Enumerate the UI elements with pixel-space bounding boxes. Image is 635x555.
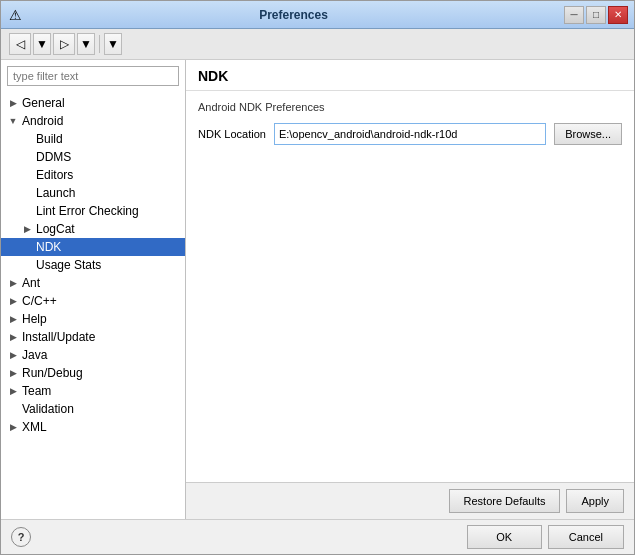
usage-stats-expander-icon <box>21 259 33 271</box>
forward-icon: ▷ <box>60 37 69 51</box>
sidebar-item-build[interactable]: Build <box>1 130 185 148</box>
xml-label: XML <box>22 420 47 434</box>
android-label: Android <box>22 114 63 128</box>
back-icon: ◁ <box>16 37 25 51</box>
ndk-label: NDK <box>36 240 61 254</box>
title-bar-buttons: ─ □ ✕ <box>564 6 628 24</box>
toolbar-separator <box>99 35 100 53</box>
sidebar-item-usage-stats[interactable]: Usage Stats <box>1 256 185 274</box>
editors-label: Editors <box>36 168 73 182</box>
team-label: Team <box>22 384 51 398</box>
back-button[interactable]: ◁ <box>9 33 31 55</box>
launch-expander-icon <box>21 187 33 199</box>
lint-label: Lint Error Checking <box>36 204 139 218</box>
ndk-expander-icon <box>21 241 33 253</box>
android-expander-icon <box>7 115 19 127</box>
sidebar-item-ddms[interactable]: DDMS <box>1 148 185 166</box>
ant-label: Ant <box>22 276 40 290</box>
ok-button[interactable]: OK <box>467 525 542 549</box>
general-expander-icon <box>7 97 19 109</box>
sidebar-item-cpp[interactable]: C/C++ <box>1 292 185 310</box>
help-button[interactable]: ? <box>11 527 31 547</box>
ndk-location-row: NDK Location Browse... <box>198 123 622 145</box>
apply-button[interactable]: Apply <box>566 489 624 513</box>
editors-expander-icon <box>21 169 33 181</box>
forward-dropdown[interactable]: ▼ <box>77 33 95 55</box>
sidebar-item-general[interactable]: General <box>1 94 185 112</box>
content-header: NDK <box>186 60 634 91</box>
section-label: Android NDK Preferences <box>198 101 622 113</box>
help-label: Help <box>22 312 47 326</box>
browse-button[interactable]: Browse... <box>554 123 622 145</box>
ddms-label: DDMS <box>36 150 71 164</box>
cpp-label: C/C++ <box>22 294 57 308</box>
footer: ? OK Cancel <box>1 519 634 554</box>
sidebar-item-logcat[interactable]: LogCat <box>1 220 185 238</box>
sidebar-item-install-update[interactable]: Install/Update <box>1 328 185 346</box>
cancel-button[interactable]: Cancel <box>548 525 624 549</box>
team-expander-icon <box>7 385 19 397</box>
title-bar: ⚠ Preferences ─ □ ✕ <box>1 1 634 29</box>
ndk-location-input[interactable] <box>274 123 546 145</box>
logcat-expander-icon <box>21 223 33 235</box>
view-dropdown[interactable]: ▼ <box>104 33 122 55</box>
install-update-label: Install/Update <box>22 330 95 344</box>
sidebar-item-xml[interactable]: XML <box>1 418 185 436</box>
content-title: NDK <box>198 68 622 84</box>
ddms-expander-icon <box>21 151 33 163</box>
run-debug-expander-icon <box>7 367 19 379</box>
restore-defaults-button[interactable]: Restore Defaults <box>449 489 561 513</box>
ndk-location-label: NDK Location <box>198 128 266 140</box>
sidebar-item-ndk[interactable]: NDK <box>1 238 185 256</box>
preferences-window: ⚠ Preferences ─ □ ✕ ◁ ▼ ▷ ▼ ▼ <box>0 0 635 555</box>
xml-expander-icon <box>7 421 19 433</box>
build-expander-icon <box>21 133 33 145</box>
window-title: Preferences <box>23 8 564 22</box>
sidebar-item-launch[interactable]: Launch <box>1 184 185 202</box>
content-panel: NDK Android NDK Preferences NDK Location… <box>186 60 634 519</box>
ant-expander-icon <box>7 277 19 289</box>
lint-expander-icon <box>21 205 33 217</box>
logcat-label: LogCat <box>36 222 75 236</box>
bottom-bar: Restore Defaults Apply <box>186 482 634 519</box>
close-button[interactable]: ✕ <box>608 6 628 24</box>
sidebar-item-java[interactable]: Java <box>1 346 185 364</box>
sidebar: General Android Build DDMS <box>1 60 186 519</box>
validation-label: Validation <box>22 402 74 416</box>
forward-dropdown-icon: ▼ <box>80 37 92 51</box>
filter-input[interactable] <box>7 66 179 86</box>
validation-expander-icon <box>7 403 19 415</box>
usage-stats-label: Usage Stats <box>36 258 101 272</box>
sidebar-item-team[interactable]: Team <box>1 382 185 400</box>
window-icon: ⚠ <box>7 7 23 23</box>
install-update-expander-icon <box>7 331 19 343</box>
cpp-expander-icon <box>7 295 19 307</box>
view-dropdown-icon: ▼ <box>107 37 119 51</box>
sidebar-item-ant[interactable]: Ant <box>1 274 185 292</box>
footer-right: OK Cancel <box>467 525 624 549</box>
main-content: General Android Build DDMS <box>1 60 634 519</box>
forward-button[interactable]: ▷ <box>53 33 75 55</box>
sidebar-item-android[interactable]: Android <box>1 112 185 130</box>
back-dropdown-icon: ▼ <box>36 37 48 51</box>
back-dropdown[interactable]: ▼ <box>33 33 51 55</box>
maximize-button[interactable]: □ <box>586 6 606 24</box>
java-expander-icon <box>7 349 19 361</box>
help-expander-icon <box>7 313 19 325</box>
tree: General Android Build DDMS <box>1 92 185 519</box>
launch-label: Launch <box>36 186 75 200</box>
navigation-toolbar: ◁ ▼ ▷ ▼ ▼ <box>1 29 634 60</box>
sidebar-item-lint[interactable]: Lint Error Checking <box>1 202 185 220</box>
run-debug-label: Run/Debug <box>22 366 83 380</box>
sidebar-item-validation[interactable]: Validation <box>1 400 185 418</box>
footer-left: ? <box>11 527 31 547</box>
sidebar-item-help[interactable]: Help <box>1 310 185 328</box>
sidebar-item-run-debug[interactable]: Run/Debug <box>1 364 185 382</box>
minimize-button[interactable]: ─ <box>564 6 584 24</box>
java-label: Java <box>22 348 47 362</box>
build-label: Build <box>36 132 63 146</box>
sidebar-item-editors[interactable]: Editors <box>1 166 185 184</box>
general-label: General <box>22 96 65 110</box>
content-body: Android NDK Preferences NDK Location Bro… <box>186 91 634 482</box>
